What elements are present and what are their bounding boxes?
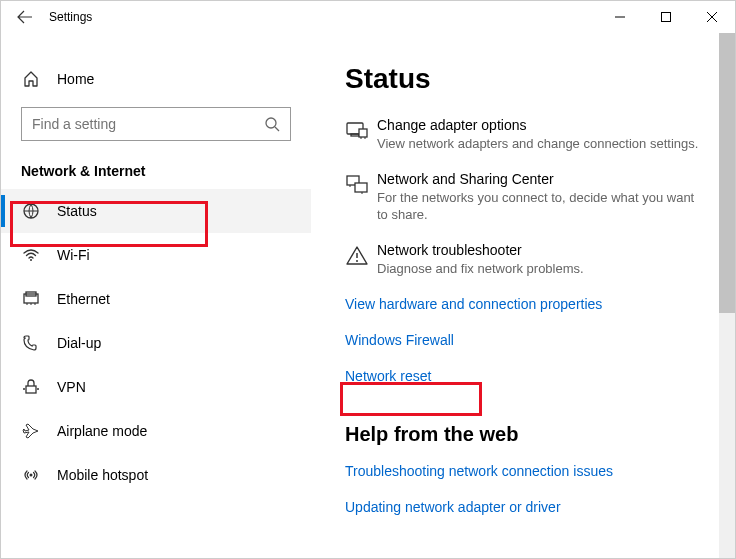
- nav-item-label: VPN: [57, 379, 86, 395]
- option-adapter[interactable]: Change adapter options View network adap…: [345, 117, 701, 153]
- svg-point-5: [30, 259, 32, 261]
- titlebar: Settings: [1, 1, 735, 33]
- hotspot-icon: [21, 466, 41, 484]
- page-heading: Status: [345, 63, 701, 95]
- sidebar: Home Network & Internet Status: [1, 33, 311, 558]
- svg-rect-21: [355, 183, 367, 192]
- link-firewall[interactable]: Windows Firewall: [345, 332, 454, 348]
- close-icon: [707, 12, 717, 22]
- nav-home-label: Home: [57, 71, 94, 87]
- svg-point-13: [37, 388, 39, 390]
- nav-item-airplane[interactable]: Airplane mode: [1, 409, 311, 453]
- option-desc: For the networks you connect to, decide …: [377, 189, 701, 224]
- troubleshooter-icon: [345, 242, 377, 278]
- window-title: Settings: [49, 10, 92, 24]
- help-heading: Help from the web: [345, 423, 701, 446]
- svg-rect-1: [662, 13, 671, 22]
- svg-point-2: [266, 118, 276, 128]
- minimize-button[interactable]: [597, 1, 643, 33]
- option-desc: Diagnose and fix network problems.: [377, 260, 701, 278]
- nav-item-dialup[interactable]: Dial-up: [1, 321, 311, 365]
- scrollbar-thumb[interactable]: [719, 33, 735, 313]
- nav-item-label: Dial-up: [57, 335, 101, 351]
- nav-item-wifi[interactable]: Wi-Fi: [1, 233, 311, 277]
- back-button[interactable]: [9, 1, 41, 33]
- status-icon: [21, 202, 41, 220]
- dialup-icon: [21, 334, 41, 352]
- maximize-button[interactable]: [643, 1, 689, 33]
- nav-item-label: Mobile hotspot: [57, 467, 148, 483]
- nav-item-label: Status: [57, 203, 97, 219]
- arrow-left-icon: [17, 9, 33, 25]
- vpn-icon: [21, 378, 41, 396]
- main-panel: Status Change adapter options View netwo…: [311, 33, 735, 558]
- nav-home[interactable]: Home: [1, 61, 311, 97]
- svg-rect-16: [351, 134, 359, 136]
- help-link-troubleshoot[interactable]: Troubleshooting network connection issue…: [345, 463, 613, 479]
- nav-item-label: Airplane mode: [57, 423, 147, 439]
- link-hardware[interactable]: View hardware and connection properties: [345, 296, 602, 312]
- ethernet-icon: [21, 290, 41, 308]
- search-icon: [264, 116, 280, 132]
- option-title: Change adapter options: [377, 117, 701, 133]
- svg-point-14: [30, 474, 33, 477]
- minimize-icon: [615, 12, 625, 22]
- nav-item-hotspot[interactable]: Mobile hotspot: [1, 453, 311, 497]
- search-box[interactable]: [21, 107, 291, 141]
- nav-item-vpn[interactable]: VPN: [1, 365, 311, 409]
- link-network-reset[interactable]: Network reset: [345, 368, 431, 384]
- svg-point-12: [23, 388, 25, 390]
- nav-list: Status Wi-Fi Ethernet: [1, 189, 311, 497]
- nav-item-status[interactable]: Status: [1, 189, 311, 233]
- svg-rect-17: [359, 129, 367, 137]
- svg-line-3: [275, 127, 279, 131]
- nav-item-label: Wi-Fi: [57, 247, 90, 263]
- nav-item-label: Ethernet: [57, 291, 110, 307]
- option-desc: View network adapters and change connect…: [377, 135, 701, 153]
- svg-rect-11: [26, 386, 36, 393]
- nav-item-ethernet[interactable]: Ethernet: [1, 277, 311, 321]
- home-icon: [21, 70, 41, 88]
- option-title: Network troubleshooter: [377, 242, 701, 258]
- section-header: Network & Internet: [1, 141, 311, 189]
- option-title: Network and Sharing Center: [377, 171, 701, 187]
- scrollbar[interactable]: [719, 33, 735, 558]
- help-link-update-driver[interactable]: Updating network adapter or driver: [345, 499, 561, 515]
- search-input[interactable]: [32, 116, 264, 132]
- option-sharing[interactable]: Network and Sharing Center For the netwo…: [345, 171, 701, 224]
- wifi-icon: [21, 246, 41, 264]
- option-troubleshooter[interactable]: Network troubleshooter Diagnose and fix …: [345, 242, 701, 278]
- maximize-icon: [661, 12, 671, 22]
- close-button[interactable]: [689, 1, 735, 33]
- sharing-icon: [345, 171, 377, 224]
- airplane-icon: [21, 422, 41, 440]
- adapter-icon: [345, 117, 377, 153]
- svg-point-25: [356, 260, 358, 262]
